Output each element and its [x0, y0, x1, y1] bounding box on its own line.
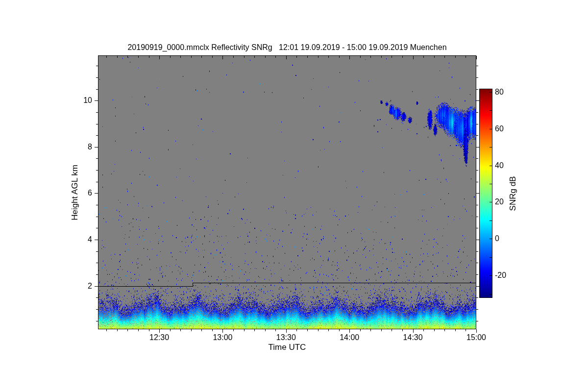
colorbar-tick-label: 60 [495, 125, 504, 133]
x-tick-label: 13:00 [213, 334, 232, 342]
y-tick-label: 10 [71, 97, 92, 104]
y-tick-label: 8 [71, 143, 92, 151]
y-tick-label: 4 [71, 236, 92, 244]
y-tick-label: 6 [71, 189, 92, 197]
x-tick-label: 14:00 [340, 334, 359, 342]
colorbar-title: SNRg dB [509, 176, 517, 211]
chart-title: 20190919_0000.mmclx Reflectivity SNRg 12… [127, 44, 446, 51]
colorbar-tick-label: 40 [495, 162, 504, 170]
radar-quicklook-figure: 20190919_0000.mmclx Reflectivity SNRg 12… [0, 0, 588, 392]
colorbar-tick-label: 80 [495, 88, 504, 96]
x-tick-label: 13:30 [276, 334, 296, 342]
colorbar-tick-label: 0 [495, 235, 499, 243]
colorbar-tick-label: -20 [495, 271, 506, 279]
x-axis-title: Time UTC [269, 343, 306, 351]
colorbar-tick-label: 20 [495, 198, 504, 206]
x-tick-label: 14:30 [403, 334, 423, 342]
x-tick-label: 12:30 [149, 334, 169, 342]
y-tick-label: 2 [71, 282, 92, 290]
x-tick-label: 15:00 [466, 334, 486, 342]
